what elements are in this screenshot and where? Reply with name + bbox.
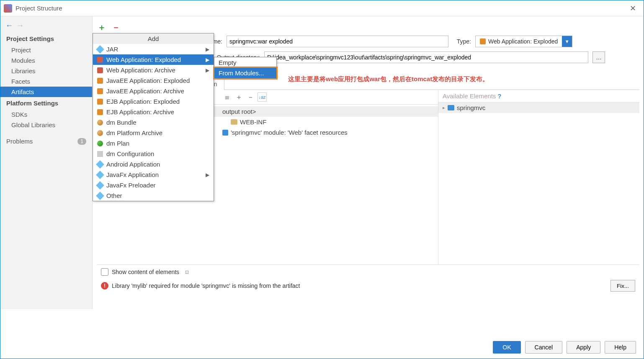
error-row: ! Library 'mylib' required for module 's…	[101, 280, 635, 292]
platform-icon	[97, 130, 103, 136]
config-icon	[97, 151, 103, 157]
menu-dm-config[interactable]: dm Configuration	[93, 149, 214, 159]
apply-button[interactable]: Apply	[567, 341, 600, 354]
problems-label: Problems	[6, 138, 33, 145]
error-text: Library 'mylib' required for module 'spr…	[112, 282, 300, 289]
window-title: Project Structure	[15, 5, 626, 12]
javaee-archive-icon	[97, 88, 103, 94]
sidebar-item-facets[interactable]: Facets	[0, 76, 92, 87]
folder-icon	[231, 119, 237, 125]
ok-button[interactable]: OK	[493, 341, 520, 354]
artifact-type-value: Web Application: Exploded	[488, 38, 558, 45]
forward-icon[interactable]: →	[16, 21, 24, 30]
annotation-text: 这里主要是将web应用打包成war包，然后在tomcat发布的目录下发布。	[286, 74, 490, 85]
menu-ejb-archive[interactable]: EJB Application: Archive	[93, 107, 214, 117]
menu-ejb-exploded[interactable]: EJB Application: Exploded	[93, 96, 214, 107]
remove-artifact-icon[interactable]: －	[111, 22, 121, 32]
nav-arrows: ← →	[0, 19, 92, 33]
module-folder-icon	[448, 105, 454, 110]
menu-dm-plan[interactable]: dm Plan	[93, 138, 214, 149]
ejb-exploded-icon	[97, 99, 103, 105]
sidebar-item-problems[interactable]: Problems 1	[0, 136, 92, 146]
webapp-exploded-icon	[97, 57, 103, 63]
chevron-right-icon: ▶	[206, 46, 209, 52]
menu-javaee-exploded[interactable]: JavaEE Application: Exploded	[93, 75, 214, 86]
available-module[interactable]: ▸ springmvc	[438, 103, 639, 113]
help-icon[interactable]: ?	[497, 92, 501, 100]
type-label: Type:	[453, 38, 471, 45]
android-icon	[96, 160, 104, 169]
plan-icon	[97, 141, 103, 146]
fix-button[interactable]: Fix...	[611, 280, 635, 292]
menu-dm-platform[interactable]: dm Platform Archive	[93, 128, 214, 138]
other-icon	[96, 192, 104, 200]
browse-button[interactable]: …	[592, 51, 605, 63]
javafx-icon	[96, 171, 104, 179]
remove-item-icon[interactable]: －	[246, 92, 255, 102]
add-artifact-menu: Add JAR▶ Web Application: Exploded▶ Web …	[93, 33, 214, 201]
titlebar: Project Structure ✕	[0, 0, 644, 16]
cancel-button[interactable]: Cancel	[525, 341, 563, 354]
menu-dm-bundle[interactable]: dm Bundle	[93, 117, 214, 128]
sort-icon[interactable]: ↓az	[258, 92, 267, 102]
sidebar-item-project[interactable]: Project	[0, 45, 92, 55]
section-platform-settings: Platform Settings	[0, 97, 92, 109]
ejb-archive-icon	[97, 109, 103, 115]
sidebar-item-artifacts[interactable]: Artifacts	[0, 87, 92, 97]
available-elements-header: Available Elements ?	[438, 90, 639, 103]
javaee-exploded-icon	[97, 78, 103, 84]
menu-other[interactable]: Other	[93, 190, 214, 201]
chevron-right-icon: ▶	[206, 57, 209, 63]
help-button[interactable]: Help	[605, 341, 636, 354]
problems-count-badge: 1	[77, 138, 86, 145]
output-directory-input[interactable]	[264, 51, 588, 63]
menu-jar[interactable]: JAR▶	[93, 44, 214, 54]
bundle-icon	[97, 120, 103, 126]
webapp-exploded-submenu: Empty From Modules...	[214, 57, 277, 79]
artifact-name-input[interactable]	[227, 36, 448, 47]
section-project-settings: Project Settings	[0, 33, 92, 45]
sidebar: ← → Project Settings Project Modules Lib…	[0, 16, 93, 309]
available-elements-panel: Available Elements ? ▸ springmvc	[438, 90, 639, 264]
artifact-type-select[interactable]: Web Application: Exploded ▼	[475, 36, 572, 47]
add-artifact-icon[interactable]: ＋	[97, 22, 107, 32]
error-icon: !	[101, 282, 108, 290]
menu-javafx-preloader[interactable]: JavaFx Preloader	[93, 180, 214, 190]
show-content-checkbox[interactable]	[101, 268, 108, 276]
chevron-down-icon[interactable]: ▼	[562, 36, 572, 47]
add-menu-title: Add	[93, 33, 214, 44]
sidebar-item-modules[interactable]: Modules	[0, 55, 92, 66]
module-icon	[222, 130, 228, 136]
intellij-logo-icon	[4, 4, 12, 13]
jar-icon	[96, 45, 104, 54]
menu-javafx-app[interactable]: JavaFx Application▶	[93, 169, 214, 180]
chevron-right-icon: ▶	[206, 172, 209, 178]
expand-icon[interactable]: ⊡	[185, 269, 189, 275]
sidebar-item-sdks[interactable]: SDKs	[0, 109, 92, 120]
dialog-buttons: OK Cancel Apply Help	[493, 341, 636, 354]
new-folder-icon[interactable]: ≣	[222, 92, 232, 102]
back-icon[interactable]: ←	[5, 21, 13, 30]
menu-android[interactable]: Android Application	[93, 159, 214, 169]
chevron-right-icon: ▶	[206, 67, 209, 73]
menu-javaee-archive[interactable]: JavaEE Application: Archive	[93, 86, 214, 96]
artifact-toolbar: ＋ －	[97, 22, 639, 32]
close-icon[interactable]: ✕	[626, 2, 640, 15]
show-content-label: Show content of elements	[112, 269, 179, 275]
submenu-empty[interactable]: Empty	[214, 57, 276, 68]
add-copy-icon[interactable]: ＋	[234, 92, 243, 102]
javafx-preloader-icon	[96, 181, 104, 190]
artifact-type-icon	[480, 38, 486, 44]
sidebar-item-global-libraries[interactable]: Global Libraries	[0, 120, 92, 130]
menu-webapp-archive[interactable]: Web Application: Archive▶	[93, 65, 214, 75]
menu-webapp-exploded[interactable]: Web Application: Exploded▶	[93, 54, 214, 65]
webapp-archive-icon	[97, 67, 103, 73]
sidebar-item-libraries[interactable]: Libraries	[0, 66, 92, 76]
submenu-from-modules[interactable]: From Modules...	[214, 68, 276, 78]
